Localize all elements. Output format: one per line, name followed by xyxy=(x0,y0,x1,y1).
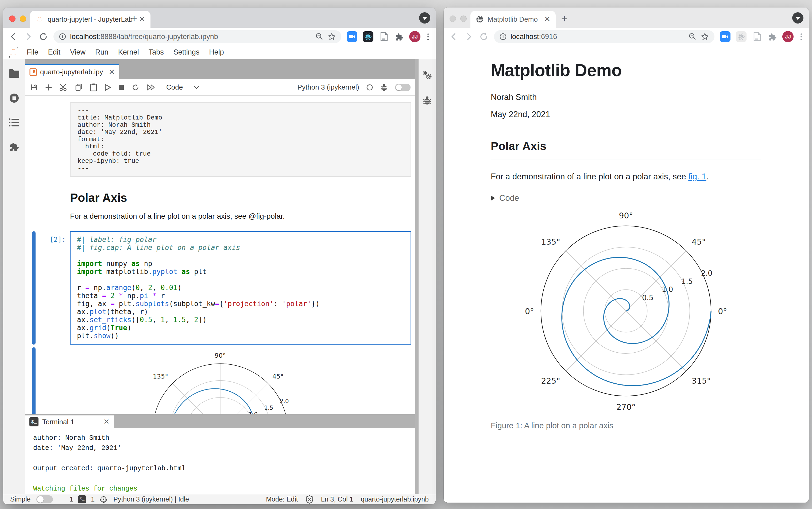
menu-kernel[interactable]: Kernel xyxy=(113,48,144,57)
save-icon[interactable] xyxy=(30,83,38,92)
menu-run[interactable]: Run xyxy=(90,48,113,57)
run-all-icon[interactable] xyxy=(146,84,155,91)
back-icon[interactable] xyxy=(8,32,18,41)
close-window-button[interactable] xyxy=(9,15,15,22)
menu-help[interactable]: Help xyxy=(204,48,229,57)
code-line[interactable]: import matplotlib.pyplot as plt xyxy=(77,268,406,276)
interrupt-icon[interactable] xyxy=(118,84,125,91)
code-editor[interactable]: #| label: fig-polar#| fig.cap: A line pl… xyxy=(70,231,411,345)
extensions-puzzle-icon[interactable] xyxy=(768,32,777,41)
code-line[interactable]: ax.grid(True) xyxy=(77,324,406,332)
code-line[interactable]: r = np.arange(0, 2, 0.01) xyxy=(77,284,406,292)
bookmark-star-icon[interactable] xyxy=(327,32,336,41)
kernel-status-text[interactable]: Python 3 (ipykernel) | Idle xyxy=(113,496,189,503)
browser-menu-icon[interactable] xyxy=(799,33,804,40)
menu-settings[interactable]: Settings xyxy=(169,48,205,57)
address-bar[interactable]: localhost:8888/lab/tree/quarto-jupyterla… xyxy=(54,30,341,43)
reader-extension-icon[interactable] xyxy=(379,31,389,42)
output-cell[interactable]: 0°45°90°135°180°225°270°315°0.51.01.52.0 xyxy=(25,347,415,414)
notebook-scroll-area[interactable]: --- title: Matplotlib Demo author: Norah… xyxy=(25,96,415,414)
menu-view[interactable]: View xyxy=(65,48,90,57)
debugger-bug-icon[interactable] xyxy=(380,83,388,92)
site-info-icon[interactable] xyxy=(59,33,66,40)
close-terminal-tab-icon[interactable]: ✕ xyxy=(103,418,110,426)
raw-yaml-cell[interactable]: --- title: Matplotlib Demo author: Norah… xyxy=(70,102,411,177)
reader-extension-icon[interactable] xyxy=(752,31,763,42)
reload-icon[interactable] xyxy=(479,32,489,41)
site-info-icon[interactable] xyxy=(499,33,507,40)
cut-icon[interactable] xyxy=(59,83,68,92)
zoom-out-icon[interactable] xyxy=(688,32,697,41)
zoom-out-icon[interactable] xyxy=(315,32,324,41)
mode-indicator[interactable]: Mode: Edit xyxy=(266,496,298,503)
close-notebook-tab-icon[interactable]: ✕ xyxy=(109,68,115,76)
forward-icon[interactable] xyxy=(24,32,33,41)
menu-tabs[interactable]: Tabs xyxy=(144,48,169,57)
url-text[interactable]: localhost:6916 xyxy=(510,33,557,41)
trust-shield-icon[interactable] xyxy=(306,495,314,504)
active-cell-bar[interactable] xyxy=(32,231,36,345)
code-line[interactable] xyxy=(77,276,406,284)
code-line[interactable] xyxy=(77,251,406,260)
debugger-toggle[interactable] xyxy=(395,84,411,91)
table-of-contents-icon[interactable] xyxy=(8,117,20,127)
run-icon[interactable] xyxy=(104,84,111,91)
dock-divider[interactable] xyxy=(415,59,419,494)
close-tab-icon[interactable]: ✕ xyxy=(544,15,550,23)
close-tab-icon[interactable]: ✕ xyxy=(139,15,145,23)
address-bar[interactable]: localhost:6916 xyxy=(494,30,714,43)
restart-icon[interactable] xyxy=(132,83,140,92)
add-cell-icon[interactable] xyxy=(45,84,52,91)
kernel-status-icon[interactable] xyxy=(366,84,373,91)
sessions-status[interactable]: 1 $_ 1 xyxy=(70,496,107,503)
close-window-button[interactable] xyxy=(450,15,456,22)
code-line[interactable]: theta = 2 * np.pi * r xyxy=(77,292,406,300)
browser-avatar[interactable]: JJ xyxy=(409,31,420,42)
simple-mode-toggle[interactable] xyxy=(36,496,53,503)
code-line[interactable]: #| fig.cap: A line plot on a polar axis xyxy=(77,243,406,251)
zoom-app-icon[interactable] xyxy=(720,31,731,42)
extensions-puzzle-icon[interactable] xyxy=(395,32,404,41)
paste-icon[interactable] xyxy=(90,83,97,92)
figure-link[interactable]: fig. 1 xyxy=(688,172,706,181)
react-devtools-icon[interactable] xyxy=(736,31,746,42)
menu-edit[interactable]: Edit xyxy=(43,48,66,57)
code-line[interactable]: fig, ax = plt.subplots(subplot_kw={'proj… xyxy=(77,300,406,308)
extension-manager-icon[interactable] xyxy=(9,141,20,152)
minimize-window-button[interactable] xyxy=(460,15,467,22)
new-tab-button[interactable]: + xyxy=(131,13,137,24)
react-devtools-icon[interactable] xyxy=(363,31,374,42)
copy-icon[interactable] xyxy=(75,83,83,92)
running-sessions-icon[interactable] xyxy=(8,93,20,104)
new-tab-button[interactable]: + xyxy=(561,13,567,24)
code-line[interactable]: import numpy as np xyxy=(77,260,406,268)
property-inspector-icon[interactable] xyxy=(422,70,432,80)
browser-menu-icon[interactable] xyxy=(426,33,430,40)
debugger-sidebar-icon[interactable] xyxy=(422,96,432,105)
browser-avatar[interactable]: JJ xyxy=(782,31,793,42)
code-line[interactable]: ax.set_rticks([0.5, 1, 1.5, 2]) xyxy=(77,316,406,324)
reload-icon[interactable] xyxy=(38,32,48,41)
file-browser-icon[interactable] xyxy=(8,68,20,78)
terminal-output[interactable]: author: Norah Smith date: 'May 22nd, 202… xyxy=(25,428,415,494)
menu-file[interactable]: File xyxy=(22,48,43,57)
forward-icon[interactable] xyxy=(464,32,473,41)
terminal-tab[interactable]: $_ Terminal 1 ✕ xyxy=(25,415,114,428)
browser-tab-preview[interactable]: Matplotlib Demo ✕ xyxy=(470,11,556,28)
code-line[interactable]: ax.plot(theta, r) xyxy=(77,308,406,316)
url-text[interactable]: localhost:8888/lab/tree/quarto-jupyterla… xyxy=(70,33,218,41)
back-icon[interactable] xyxy=(449,32,459,41)
zoom-app-icon[interactable] xyxy=(347,31,357,42)
cell-type-dropdown[interactable]: Code xyxy=(166,83,200,92)
code-line[interactable]: #| label: fig-polar xyxy=(77,236,406,243)
kernel-name[interactable]: Python 3 (ipykernel) xyxy=(297,83,359,92)
code-line[interactable]: plt.show() xyxy=(77,332,406,340)
minimize-window-button[interactable] xyxy=(20,15,26,22)
active-cell-bar-output[interactable] xyxy=(32,347,36,414)
profile-menu-button[interactable] xyxy=(419,12,430,24)
cursor-position[interactable]: Ln 3, Col 1 xyxy=(321,496,353,503)
code-cell[interactable]: [2]: #| label: fig-polar#| fig.cap: A li… xyxy=(25,231,415,345)
notebook-tab[interactable]: quarto-jupyterlab.ipynb ✕ xyxy=(25,64,119,79)
bookmark-star-icon[interactable] xyxy=(701,32,709,41)
code-fold-toggle[interactable]: Code xyxy=(491,193,809,203)
